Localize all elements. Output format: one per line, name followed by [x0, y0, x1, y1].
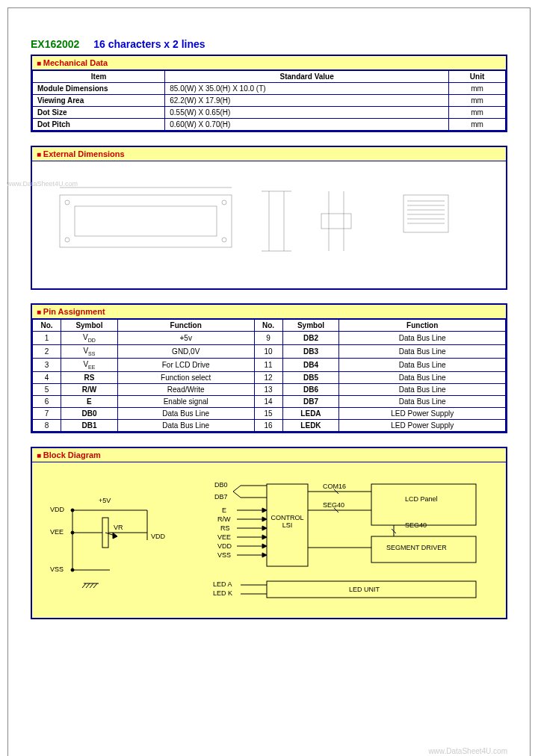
section-header-mechanical: ■ Mechanical Data [32, 56, 506, 70]
svg-point-5 [222, 238, 226, 242]
svg-line-34 [93, 583, 97, 588]
label-control: CONTROL LSI [270, 514, 304, 529]
page-title: EX162002 16 characters x 2 lines [31, 38, 507, 50]
col-item: Item [33, 71, 165, 83]
section-pins: ■ Pin Assignment No. Symbol Function No.… [31, 303, 507, 433]
svg-line-31 [82, 583, 86, 588]
label-rs: RS [220, 524, 230, 532]
svg-rect-0 [60, 195, 232, 247]
svg-marker-52 [262, 553, 267, 557]
label-leda: LED A [213, 580, 232, 588]
svg-point-35 [71, 509, 74, 512]
label-db7: DB7 [214, 493, 228, 501]
svg-point-2 [65, 200, 69, 205]
label-db0: DB0 [214, 481, 228, 489]
table-row: Dot Size0.55(W) X 0.65(H)mm [33, 107, 506, 119]
svg-line-33 [90, 583, 93, 588]
label-lcdpanel: LCD Panel [405, 495, 438, 503]
svg-rect-14 [404, 195, 448, 232]
section-header-pins: ■ Pin Assignment [32, 305, 506, 319]
label-vdd2: VDD [151, 533, 165, 540]
section-header-block: ■ Block Diagram [32, 448, 506, 462]
table-row: 8DB1Data Bus Line16LEDKLED Power Supply [33, 420, 506, 432]
label-vdd: VDD [50, 506, 64, 513]
svg-marker-46 [262, 526, 267, 530]
svg-marker-50 [262, 544, 267, 548]
label-vdd: VDD [217, 542, 232, 550]
col-unit: Unit [449, 71, 506, 83]
section-mechanical: ■ Mechanical Data Item Standard Value Un… [31, 55, 507, 132]
power-circuit-diagram: +5V VDD VEE VSS VR VDD [43, 495, 177, 585]
table-row: 1VDD+5v9DB2Data Bus Line [33, 332, 506, 345]
part-description: 16 characters x 2 lines [93, 38, 205, 50]
svg-point-4 [65, 238, 69, 242]
table-row: Module Dimensions85.0(W) X 35.0(H) X 10.… [33, 83, 506, 95]
svg-marker-42 [262, 508, 267, 512]
label-vee: VEE [217, 533, 231, 541]
pin-symbol: VDD [61, 332, 117, 345]
svg-point-36 [71, 531, 74, 534]
table-row: 4RSFunction select12DB5Data Bus Line [33, 372, 506, 384]
label-ledunit: LED UNIT [349, 586, 380, 593]
label-5v: +5V [99, 497, 111, 504]
table-row: Viewing Area62.2(W) X 17.9(H)mm [33, 95, 506, 107]
mechanical-table: Item Standard Value Unit Module Dimensio… [32, 70, 506, 131]
svg-marker-27 [113, 533, 117, 539]
label-seg40a: SEG40 [323, 501, 344, 509]
block-diagram-body: +5V VDD VEE VSS VR VDD [32, 462, 506, 618]
dimension-drawing-icon [45, 173, 493, 277]
svg-point-3 [222, 200, 226, 205]
section-header-external: ■ External Dimensions [32, 147, 506, 161]
table-row: 7DB0Data Bus Line15LEDALED Power Supply [33, 408, 506, 420]
pin-symbol: VEE [61, 359, 117, 372]
svg-point-37 [71, 568, 74, 571]
table-row: 2VSSGND,0V10DB3Data Bus Line [33, 345, 506, 359]
table-row: 3VEEFor LCD Drive11DB4Data Bus Line [33, 359, 506, 372]
section-external: ■ External Dimensions [31, 146, 507, 290]
svg-rect-13 [321, 214, 351, 229]
label-seg40b: SEG40 [405, 521, 427, 529]
table-row: 6EEnable signal14DB7Data Bus Line [33, 396, 506, 408]
svg-line-32 [86, 583, 90, 588]
col-value: Standard Value [165, 71, 449, 83]
label-vee: VEE [50, 528, 64, 536]
svg-rect-53 [371, 484, 476, 525]
pin-symbol: VSS [61, 345, 117, 359]
watermark-bottom: www.DataSheet4U.com [428, 747, 507, 755]
label-com16: COM16 [323, 483, 346, 490]
system-block-diagram: DB0 DB7 E R/W RS VEE VDD VSS CONTROL LSI… [200, 477, 483, 604]
label-ledk: LED K [213, 589, 232, 597]
label-rw: R/W [217, 515, 231, 523]
label-segdriver: SEGMENT DRIVER [386, 544, 447, 551]
table-row: Dot Pitch0.60(W) X 0.70(H)mm [33, 119, 506, 131]
part-number: EX162002 [31, 38, 79, 50]
label-vss: VSS [50, 566, 64, 573]
label-vr: VR [114, 524, 123, 531]
label-vss: VSS [217, 551, 231, 559]
table-row: 5R/WRead/Write13DB6Data Bus Line [33, 384, 506, 396]
watermark-left: www.DataSheet4U.com [7, 180, 78, 188]
datasheet-page: www.DataSheet4U.com EX162002 16 characte… [7, 7, 531, 756]
svg-rect-1 [75, 206, 217, 236]
section-block: ■ Block Diagram [31, 447, 507, 619]
svg-marker-44 [262, 517, 267, 521]
external-dimensions-drawing [32, 161, 506, 288]
svg-marker-48 [262, 535, 267, 539]
pin-table: No. Symbol Function No. Symbol Function … [32, 319, 506, 432]
label-e: E [222, 506, 226, 514]
